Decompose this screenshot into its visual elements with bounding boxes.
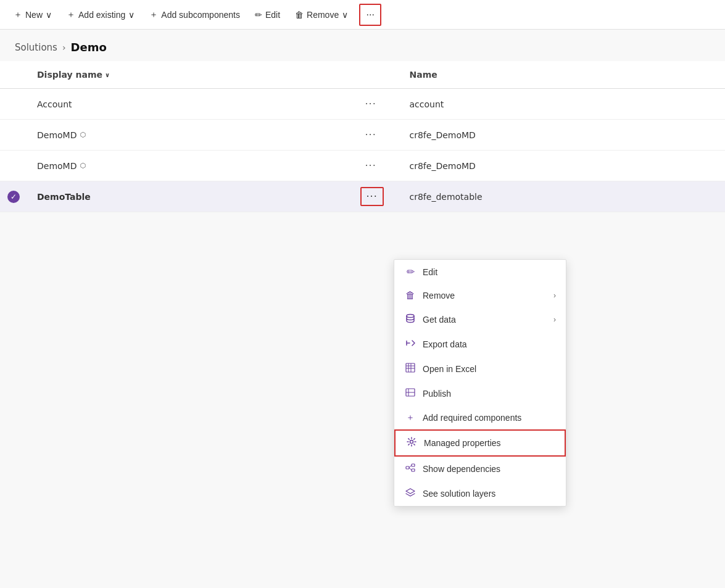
breadcrumb: Solutions › Demo: [15, 41, 710, 54]
row-display-name: DemoTable: [30, 187, 353, 207]
row-name-text: cr8fe_DemoMD: [410, 161, 476, 171]
breadcrumb-solutions-link[interactable]: Solutions: [15, 42, 57, 53]
remove-chevron-icon: ∨: [342, 10, 348, 20]
header-actions-col: [353, 67, 402, 82]
row-checkbox[interactable]: ✓: [0, 186, 30, 208]
table-row[interactable]: DemoMD ⬡ ··· cr8fe_DemoMD: [0, 151, 725, 181]
row-display-name: DemoMD ⬡: [30, 156, 353, 176]
table-header: Display name ∨ Name: [0, 61, 725, 89]
row-name-text: account: [410, 99, 444, 109]
data-table: Display name ∨ Name Account ··· account …: [0, 61, 725, 212]
toolbar: ＋ New ∨ ＋ Add existing ∨ ＋ Add subcompon…: [0, 0, 725, 30]
more-actions-button[interactable]: ···: [359, 4, 381, 26]
row-display-name-text: Account: [37, 99, 72, 109]
row-name: account: [402, 94, 726, 114]
row-name-text: cr8fe_DemoMD: [410, 130, 476, 140]
table-row[interactable]: Account ··· account: [0, 89, 725, 120]
row-checkbox[interactable]: [0, 161, 30, 171]
header-display-name[interactable]: Display name ∨: [30, 67, 353, 82]
new-button[interactable]: ＋ New ∨: [7, 6, 58, 24]
add-subcomponents-button[interactable]: ＋ Add subcomponents: [143, 6, 246, 24]
external-link-icon: ⬡: [80, 131, 86, 139]
external-link-icon: ⬡: [80, 162, 86, 170]
breadcrumb-area: Solutions › Demo: [0, 30, 725, 61]
row-name: cr8fe_DemoMD: [402, 156, 726, 176]
row-display-name-text: DemoMD: [37, 130, 77, 140]
row-name: cr8fe_DemoMD: [402, 125, 726, 145]
breadcrumb-current: Demo: [71, 41, 107, 54]
row-menu-trigger[interactable]: ···: [353, 182, 402, 211]
row-menu-trigger[interactable]: ···: [353, 122, 402, 148]
remove-button[interactable]: 🗑 Remove ∨: [289, 6, 354, 23]
row-display-name-text: DemoTable: [37, 192, 91, 202]
new-chevron-icon: ∨: [46, 10, 52, 20]
row-checkbox[interactable]: [0, 130, 30, 140]
trash-icon: 🗑: [295, 10, 304, 20]
row-name-text: cr8fe_demotable: [410, 192, 483, 202]
pencil-icon: ✏: [255, 10, 262, 20]
row-name: cr8fe_demotable: [402, 187, 726, 207]
edit-button[interactable]: ✏ Edit: [249, 6, 286, 23]
breadcrumb-separator: ›: [62, 43, 66, 52]
row-menu-trigger[interactable]: ···: [353, 152, 402, 179]
selected-check-icon: ✓: [7, 191, 20, 203]
plus-icon: ＋: [14, 9, 22, 20]
name-header-label: Name: [410, 70, 437, 80]
table-row[interactable]: ✓ DemoTable ··· cr8fe_demotable: [0, 181, 725, 212]
display-name-header-label: Display name: [37, 70, 102, 80]
row-dots-icon[interactable]: ···: [360, 96, 381, 112]
row-dots-icon[interactable]: ···: [360, 126, 381, 143]
row-display-name: DemoMD ⬡: [30, 125, 353, 145]
row-display-name-text: DemoMD: [37, 161, 77, 171]
more-dots-icon: ···: [367, 9, 375, 20]
remove-label: Remove: [307, 10, 339, 20]
add-existing-chevron-icon: ∨: [128, 10, 135, 20]
row-display-name: Account: [30, 94, 353, 114]
row-menu-trigger[interactable]: ···: [353, 91, 402, 117]
header-name: Name: [402, 67, 726, 82]
add-subcomponents-label: Add subcomponents: [161, 10, 240, 20]
plus-icon2: ＋: [67, 9, 75, 20]
edit-label: Edit: [265, 10, 280, 20]
add-existing-button[interactable]: ＋ Add existing ∨: [60, 6, 141, 24]
header-checkbox-col: [0, 67, 30, 82]
table-row[interactable]: DemoMD ⬡ ··· cr8fe_DemoMD: [0, 120, 725, 151]
new-label: New: [25, 10, 43, 20]
row-dots-highlighted-icon[interactable]: ···: [360, 187, 384, 206]
row-dots-icon[interactable]: ···: [360, 157, 381, 174]
display-name-sort-icon: ∨: [105, 72, 110, 78]
row-checkbox[interactable]: [0, 99, 30, 109]
add-existing-label: Add existing: [78, 10, 125, 20]
plus-icon3: ＋: [149, 9, 158, 20]
